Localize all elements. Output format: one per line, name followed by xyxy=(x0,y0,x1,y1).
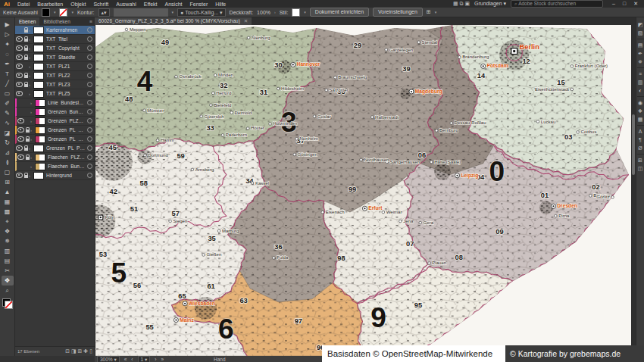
brush-definition-dropdown[interactable]: ● Touch-Kallig... ▾ xyxy=(177,8,226,17)
layer-target-icon[interactable] xyxy=(87,91,92,96)
layer-row-grenzen_pl_plz2[interactable]: ›Grenzen_PL_PLZ2 xyxy=(15,126,95,135)
last-artboard-button[interactable]: » xyxy=(161,357,164,362)
lock-toggle[interactable] xyxy=(23,28,29,33)
document-setup-button[interactable]: Dokument einrichten xyxy=(310,8,369,17)
pencil-tool[interactable]: ✎ xyxy=(2,108,14,118)
layer-target-icon[interactable] xyxy=(87,27,92,33)
layer-row-txt_staedte[interactable]: ›TXT_Staedte xyxy=(15,53,95,62)
stroke-panel-icon[interactable]: ≡ xyxy=(636,70,644,78)
rotate-tool[interactable]: ↻ xyxy=(2,138,14,148)
germany-plz-map[interactable]: 4948454229303132333437383959585157535655… xyxy=(95,25,631,356)
lock-toggle[interactable] xyxy=(24,155,30,160)
visibility-toggle[interactable] xyxy=(15,82,23,87)
collect-for-export-icon[interactable]: ⊟ xyxy=(65,348,71,354)
layer-row-txt_plz3[interactable]: ›TXT_PLZ3 xyxy=(15,80,95,89)
visibility-toggle[interactable] xyxy=(17,154,24,160)
perspective-grid-tool[interactable]: ▲ xyxy=(2,187,14,197)
menu-ansicht[interactable]: Ansicht xyxy=(161,2,186,7)
layer-row-grenzen_bundeslaender_verlegt[interactable]: ›Grenzen_Bundeslaender_verlegt xyxy=(15,108,95,117)
layer-target-icon[interactable] xyxy=(87,64,92,69)
tab-bibliotheken[interactable]: Bibliotheken xyxy=(39,17,73,26)
visibility-toggle[interactable] xyxy=(17,118,24,123)
eraser-tool[interactable]: ◪ xyxy=(2,128,14,138)
shape-builder-tool[interactable]: ⊞ xyxy=(2,177,14,187)
scrollbar-thumb[interactable] xyxy=(632,114,635,175)
paragraph-panel-icon[interactable]: ¶ xyxy=(636,136,644,144)
canvas-area[interactable]: 4948454229303132333437383959585157535655… xyxy=(95,25,631,356)
minimize-button[interactable]: – xyxy=(612,1,618,6)
layer-target-icon[interactable] xyxy=(87,173,92,178)
layer-target-icon[interactable] xyxy=(87,73,92,78)
layer-target-icon[interactable] xyxy=(87,145,92,151)
close-button[interactable]: ✕ xyxy=(633,1,641,6)
new-layer-icon[interactable]: ✚ xyxy=(83,348,89,354)
lock-toggle[interactable] xyxy=(23,146,29,151)
color-guide-panel-icon[interactable]: ▧ xyxy=(636,29,644,37)
menu-datei[interactable]: Datei xyxy=(14,2,33,7)
menu-fenster[interactable]: Fenster xyxy=(186,2,212,7)
visibility-toggle[interactable] xyxy=(15,73,23,78)
graphic-styles-panel-icon[interactable]: ❖ xyxy=(636,107,644,115)
tab-ebenen[interactable]: Ebenen xyxy=(15,17,39,26)
swatches-panel-icon[interactable]: ▤ xyxy=(636,41,644,49)
appbar-icon-2[interactable]: ▣ xyxy=(464,1,470,6)
lock-toggle[interactable] xyxy=(23,73,29,78)
tab-close-icon[interactable]: ✕ xyxy=(244,17,248,25)
gradient-panel-icon[interactable]: ▥ xyxy=(636,78,644,86)
paintbrush-tool[interactable]: ✐ xyxy=(2,98,14,108)
lock-toggle[interactable] xyxy=(23,55,29,60)
stock-search-input[interactable]: ⌕ Adobe Stock durchsuchen xyxy=(511,0,603,8)
visibility-toggle[interactable] xyxy=(17,127,24,133)
gradient-tool[interactable]: ▩ xyxy=(2,207,14,217)
menu-objekt[interactable]: Objekt xyxy=(67,2,89,7)
character-panel-icon[interactable]: A xyxy=(636,127,644,136)
rectangle-tool[interactable]: ▭ xyxy=(2,89,14,98)
first-artboard-button[interactable]: « xyxy=(124,357,127,362)
layer-target-icon[interactable] xyxy=(87,109,92,114)
transparency-panel-icon[interactable]: ◐ xyxy=(636,86,644,95)
layer-row-grenzen_pl_plz5[interactable]: ›Grenzen_PL_PLZ5 xyxy=(15,144,95,153)
direct-selection-tool[interactable]: ▷ xyxy=(2,30,14,39)
lock-toggle[interactable] xyxy=(23,46,29,51)
visibility-toggle[interactable] xyxy=(15,36,23,42)
layer-target-icon[interactable] xyxy=(87,127,92,133)
slice-tool[interactable]: ✂ xyxy=(2,266,14,276)
blend-tool[interactable]: ❖ xyxy=(2,226,14,236)
lock-toggle[interactable] xyxy=(23,173,29,178)
visibility-toggle[interactable] xyxy=(15,145,23,151)
visibility-toggle[interactable] xyxy=(17,136,24,142)
layer-target-icon[interactable] xyxy=(87,100,92,105)
variable-width-profile-dropdown[interactable] xyxy=(114,8,168,17)
tool-color-swatches[interactable] xyxy=(2,298,13,309)
fill-color-swatch[interactable] xyxy=(42,8,50,17)
type-tool[interactable]: T xyxy=(2,69,14,79)
lock-toggle[interactable] xyxy=(24,128,30,133)
line-segment-tool[interactable]: ╱ xyxy=(2,79,14,89)
panel-menu-icon[interactable]: ≡ xyxy=(89,17,95,26)
appearance-panel-icon[interactable]: ◉ xyxy=(636,98,644,107)
stroke-swatch-icon[interactable] xyxy=(5,301,13,309)
document-tab[interactable]: 60026_Germany_PLZ_1_2_3_5.ai* bei 300 % … xyxy=(95,17,252,25)
selection-tool[interactable]: ▶ xyxy=(2,20,14,30)
menu-schrift[interactable]: Schrift xyxy=(89,2,112,7)
layer-target-icon[interactable] xyxy=(87,45,92,51)
make-clipping-mask-icon[interactable]: ◨ xyxy=(71,348,78,354)
workspace-switcher[interactable]: Grundlagen ▾ xyxy=(474,1,506,7)
width-tool[interactable]: ≬ xyxy=(2,158,14,167)
layer-row-grenzen_plz1_verlegt[interactable]: ›Grenzen_PLZ1_verlegt xyxy=(15,117,95,126)
pathfinder-panel-icon[interactable]: ◫ xyxy=(636,164,644,173)
prev-artboard-button[interactable]: ‹ xyxy=(131,357,133,362)
visibility-toggle[interactable] xyxy=(15,91,23,96)
layer-row-kartenrahmen[interactable]: ›Kartenrahmen xyxy=(15,26,95,35)
delete-layer-icon[interactable]: ▯ xyxy=(89,348,92,354)
layers-panel-icon-icon[interactable]: ▦ xyxy=(636,115,644,123)
shaper-tool[interactable]: ∿ xyxy=(2,118,14,128)
layer-row-flaechen_bundeslaender_verlegt[interactable]: ›Flaechen_Bundeslaender_verlegt xyxy=(15,162,95,171)
pen-tool[interactable]: ✒ xyxy=(2,59,14,69)
menu-bearbeiten[interactable]: Bearbeiten xyxy=(33,2,67,7)
scale-tool[interactable]: ⊿ xyxy=(2,148,14,158)
layer-row-flaechen_plz5_verlegt[interactable]: ›Flaechen_PLZ5_verlegt xyxy=(15,153,95,162)
artboard-tool[interactable]: ▤ xyxy=(2,256,14,266)
layer-target-icon[interactable] xyxy=(87,55,92,60)
symbol-sprayer-tool[interactable]: ✵ xyxy=(2,236,14,246)
